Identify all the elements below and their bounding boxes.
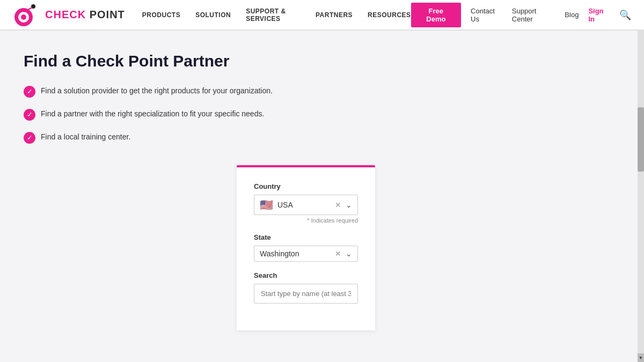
country-value: USA — [277, 201, 335, 209]
contact-us-link[interactable]: Contact Us — [471, 7, 502, 23]
nav-partners[interactable]: PARTNERS — [316, 9, 353, 21]
state-chevron-icon[interactable]: ⌄ — [346, 249, 352, 258]
check-icon-1: ✓ — [24, 86, 35, 98]
state-select[interactable]: Washington ✕ ⌄ — [254, 246, 358, 262]
check-icon-2: ✓ — [24, 109, 35, 121]
benefit-list: ✓ Find a solution provider to get the ri… — [24, 85, 620, 144]
top-bar-left: CHECK POINT PRODUCTS SOLUTION SUPPORT & … — [13, 1, 411, 29]
benefit-item-1: ✓ Find a solution provider to get the ri… — [24, 85, 281, 98]
page-title: Find a Check Point Partner — [24, 52, 620, 70]
benefit-text-2: Find a partner with the right specializa… — [41, 108, 264, 120]
state-label: State — [254, 233, 358, 241]
top-bar-right: Free Demo Contact Us Support Center Blog… — [411, 3, 631, 27]
search-label: Search — [254, 271, 358, 279]
required-note: * Indicates required — [254, 217, 358, 224]
check-icon-3: ✓ — [24, 132, 35, 144]
scrollbar-thumb[interactable] — [638, 107, 644, 172]
scroll-arrow-bottom[interactable]: ▼ — [638, 353, 644, 362]
benefit-text-3: Find a local training center. — [41, 131, 130, 143]
country-chevron-icon[interactable]: ⌄ — [346, 201, 352, 209]
state-group: State Washington ✕ ⌄ — [254, 233, 358, 262]
free-demo-button[interactable]: Free Demo — [411, 3, 461, 27]
search-input[interactable] — [254, 284, 358, 304]
main-content: Find a Check Point Partner ✓ Find a solu… — [11, 31, 633, 362]
benefit-item-3: ✓ Find a local training center. — [24, 131, 281, 144]
sign-in-link[interactable]: Sign In — [588, 7, 610, 23]
logo[interactable]: CHECK POINT — [13, 1, 125, 29]
logo-icon — [13, 1, 41, 29]
state-clear-icon[interactable]: ✕ — [335, 249, 341, 258]
partner-search-form: Country 🇺🇸 USA ✕ ⌄ * Indicates required … — [237, 165, 375, 330]
top-bar: CHECK POINT PRODUCTS SOLUTION SUPPORT & … — [0, 0, 644, 30]
search-group: Search — [254, 271, 358, 304]
search-icon[interactable]: 🔍 — [619, 9, 631, 21]
logo-text: CHECK POINT — [45, 9, 125, 21]
main-nav: PRODUCTS SOLUTION SUPPORT & SERVICES PAR… — [142, 5, 411, 25]
benefit-text-1: Find a solution provider to get the righ… — [41, 85, 273, 97]
blog-link[interactable]: Blog — [565, 11, 579, 19]
country-select[interactable]: 🇺🇸 USA ✕ ⌄ — [254, 195, 358, 215]
nav-resources[interactable]: RESOURCES — [368, 9, 411, 21]
country-flag: 🇺🇸 — [260, 198, 273, 211]
scrollbar[interactable] — [638, 0, 644, 362]
nav-products[interactable]: PRODUCTS — [142, 9, 180, 21]
country-group: Country 🇺🇸 USA ✕ ⌄ * Indicates required — [254, 182, 358, 224]
country-clear-icon[interactable]: ✕ — [335, 201, 341, 209]
svg-point-2 — [21, 14, 26, 20]
nav-support-services[interactable]: SUPPORT & SERVICES — [246, 5, 301, 25]
benefit-item-2: ✓ Find a partner with the right speciali… — [24, 108, 281, 121]
country-label: Country — [254, 182, 358, 190]
state-value: Washington — [260, 249, 335, 258]
nav-solution[interactable]: SOLUTION — [195, 9, 231, 21]
support-center-link[interactable]: Support Center — [512, 7, 555, 23]
